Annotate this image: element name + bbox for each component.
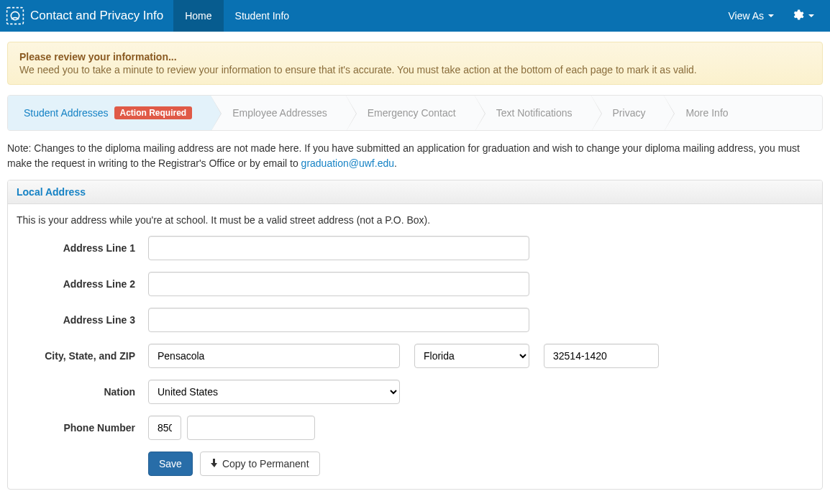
step-employee-addresses[interactable]: Employee Addresses xyxy=(211,96,346,130)
step-student-addresses[interactable]: Student Addresses Action Required xyxy=(8,96,211,130)
save-button-label: Save xyxy=(159,458,182,469)
button-row: Save Copy to Permanent xyxy=(148,452,815,476)
brand-icon xyxy=(6,6,24,25)
address-line-1-input[interactable] xyxy=(148,236,529,260)
review-info-alert: Please review your information... We nee… xyxy=(7,42,823,85)
row-nation: Nation United States xyxy=(15,380,815,404)
step-label: Student Addresses xyxy=(24,107,109,119)
step-label: Privacy xyxy=(613,107,646,119)
step-more-info[interactable]: More Info xyxy=(664,96,747,130)
row-city-state-zip: City, State, and ZIP Florida xyxy=(15,344,815,368)
row-address-line-2: Address Line 2 xyxy=(15,272,815,296)
view-as-label: View As xyxy=(728,10,764,22)
wizard-steps: Student Addresses Action Required Employ… xyxy=(7,95,823,131)
caret-down-icon xyxy=(768,14,774,17)
nav-student-info-label: Student Info xyxy=(235,10,290,22)
label-nation: Nation xyxy=(15,386,148,398)
step-label: More Info xyxy=(685,107,728,119)
view-as-dropdown[interactable]: View As xyxy=(719,0,783,32)
row-address-line-1: Address Line 1 xyxy=(15,236,815,260)
action-required-badge: Action Required xyxy=(114,106,193,119)
panel-heading: Local Address xyxy=(8,180,822,204)
caret-down-icon xyxy=(808,14,814,17)
top-navbar: Contact and Privacy Info Home Student In… xyxy=(0,0,830,32)
city-input[interactable] xyxy=(148,344,400,368)
svg-rect-0 xyxy=(7,8,24,24)
step-label: Emergency Contact xyxy=(368,107,456,119)
gear-icon xyxy=(791,9,804,24)
navbar-right: View As xyxy=(719,0,830,32)
step-label: Employee Addresses xyxy=(232,107,327,119)
label-city-state-zip: City, State, and ZIP xyxy=(15,350,148,362)
nation-select[interactable]: United States xyxy=(148,380,400,404)
label-address-line-3: Address Line 3 xyxy=(15,314,148,326)
address-line-2-input[interactable] xyxy=(148,272,529,296)
label-address-line-1: Address Line 1 xyxy=(15,242,148,254)
label-address-line-2: Address Line 2 xyxy=(15,278,148,290)
alert-body: We need you to take a minute to review y… xyxy=(19,64,697,75)
nav-home[interactable]: Home xyxy=(173,0,223,32)
zip-input[interactable] xyxy=(544,344,659,368)
page-body: Please review your information... We nee… xyxy=(0,32,830,504)
app-brand: Contact and Privacy Info xyxy=(0,0,173,32)
graduation-email-link[interactable]: graduation@uwf.edu xyxy=(301,157,394,169)
step-emergency-contact[interactable]: Emergency Contact xyxy=(346,96,475,130)
state-select[interactable]: Florida xyxy=(414,344,529,368)
alert-title: Please review your information... xyxy=(19,51,811,63)
copy-button-label: Copy to Permanent xyxy=(222,458,309,469)
step-privacy[interactable]: Privacy xyxy=(591,96,665,130)
phone-number-input[interactable] xyxy=(187,416,315,440)
step-text-notifications[interactable]: Text Notifications xyxy=(475,96,591,130)
nav-student-info[interactable]: Student Info xyxy=(224,0,301,32)
row-phone: Phone Number xyxy=(15,416,815,440)
panel-description: This is your address while you're at sch… xyxy=(17,214,815,226)
arrow-down-icon xyxy=(211,458,218,469)
note-text-after: . xyxy=(394,157,397,169)
copy-to-permanent-button[interactable]: Copy to Permanent xyxy=(200,452,320,476)
app-title: Contact and Privacy Info xyxy=(30,9,163,23)
diploma-note: Note: Changes to the diploma mailing add… xyxy=(7,141,823,171)
navbar-left: Contact and Privacy Info Home Student In… xyxy=(0,0,719,32)
phone-area-input[interactable] xyxy=(148,416,181,440)
step-label: Text Notifications xyxy=(496,107,573,119)
local-address-panel: Local Address This is your address while… xyxy=(7,180,823,490)
panel-body: This is your address while you're at sch… xyxy=(8,204,822,489)
row-address-line-3: Address Line 3 xyxy=(15,308,815,332)
note-text-before: Note: Changes to the diploma mailing add… xyxy=(7,142,800,169)
settings-menu[interactable] xyxy=(783,0,823,32)
label-phone: Phone Number xyxy=(15,422,148,434)
address-line-3-input[interactable] xyxy=(148,308,529,332)
save-button[interactable]: Save xyxy=(148,452,193,476)
nav-home-label: Home xyxy=(185,10,211,22)
